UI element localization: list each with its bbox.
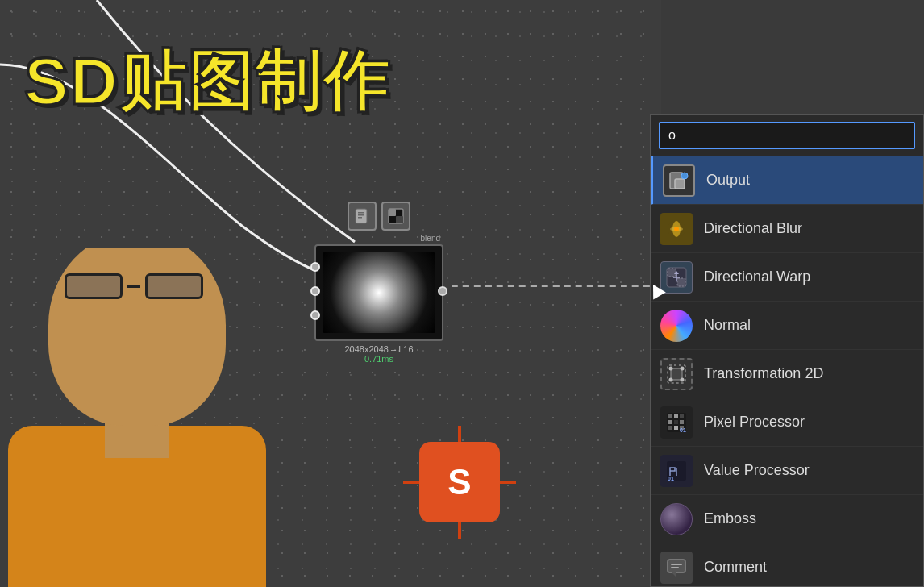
svg-text:01: 01 [680,427,686,433]
menu-item-pixel-processor[interactable]: 01 Pixel Processor [651,398,923,447]
node-time-label: 0.71ms [314,354,443,364]
menu-item-directional-warp[interactable]: Directional Warp [651,253,923,302]
webcam-overlay [0,248,323,587]
svg-rect-32 [674,426,678,430]
node-icon-blend [381,202,410,231]
node-input-1[interactable] [310,262,320,272]
svg-point-21 [681,366,685,370]
svg-rect-31 [668,426,672,430]
menu-item-comment[interactable]: Comment [651,543,923,586]
menu-item-value-processor[interactable]: 01 Value Processor [651,447,923,495]
svg-rect-29 [674,420,678,424]
svg-rect-1 [358,212,364,214]
menu-item-output[interactable]: Output [651,156,923,205]
directional-blur-icon [660,213,693,245]
svg-rect-25 [668,414,672,418]
svg-point-20 [669,366,673,370]
menu-list: Output Directional Blur [651,156,923,586]
svg-rect-6 [396,216,403,223]
menu-item-transformation-2d[interactable]: Transformation 2D [651,350,923,398]
substance-logo: S [419,442,500,522]
menu-item-emboss[interactable]: Emboss [651,495,923,543]
menu-label-directional-blur: Directional Blur [704,220,802,237]
svg-rect-8 [675,179,685,189]
svg-rect-28 [668,420,672,424]
menu-label-directional-warp: Directional Warp [704,269,810,285]
node-size-label: 2048x2048 – L16 [314,344,443,354]
output-icon [663,164,695,197]
node-output[interactable] [438,286,447,296]
svg-rect-5 [389,209,396,216]
menu-label-emboss: Emboss [704,510,756,527]
value-processor-icon: 01 [660,455,693,487]
node-preview-box [314,244,443,341]
blend-node[interactable]: blend 2048x2048 – L16 0.71ms [314,202,443,364]
search-box [651,115,923,156]
node-input-3[interactable] [310,310,320,320]
search-dropdown: Output Directional Blur [650,114,924,587]
node-canvas[interactable]: SD贴图制作 [0,0,661,587]
svg-point-9 [681,173,688,179]
menu-label-pixel-processor: Pixel Processor [704,414,805,431]
menu-label-comment: Comment [704,559,767,576]
menu-label-output: Output [706,172,750,189]
page-title: SD贴图制作 [24,48,390,114]
node-input-2[interactable] [310,286,320,296]
svg-rect-2 [358,214,364,216]
svg-rect-37 [668,560,685,572]
svg-rect-26 [674,414,678,418]
menu-item-directional-blur[interactable]: Directional Blur [651,205,923,253]
node-preview-image [323,252,435,333]
svg-rect-15 [668,269,676,277]
svg-rect-3 [358,217,362,219]
svg-rect-16 [677,278,685,286]
pixel-processor-icon: 01 [660,406,693,439]
menu-label-normal: Normal [704,317,751,334]
svg-point-22 [669,377,673,381]
svg-point-13 [674,227,679,231]
search-input[interactable] [659,122,915,149]
menu-label-transformation-2d: Transformation 2D [704,365,823,382]
node-icon-doc [348,202,377,231]
svg-rect-27 [680,414,684,418]
svg-marker-38 [672,572,676,577]
menu-label-value-processor: Value Processor [704,462,810,479]
comment-icon [660,552,693,584]
svg-rect-19 [671,368,682,380]
node-label: blend [314,234,440,243]
svg-rect-40 [671,567,679,568]
menu-item-normal[interactable]: Normal [651,302,923,350]
svg-text:01: 01 [668,476,674,481]
directional-warp-icon [660,261,693,294]
svg-rect-30 [680,420,684,424]
transformation-2d-icon [660,358,693,390]
svg-point-23 [681,377,685,381]
svg-rect-0 [356,209,367,223]
emboss-icon [660,503,693,535]
normal-icon [660,310,693,342]
svg-rect-39 [671,564,682,565]
